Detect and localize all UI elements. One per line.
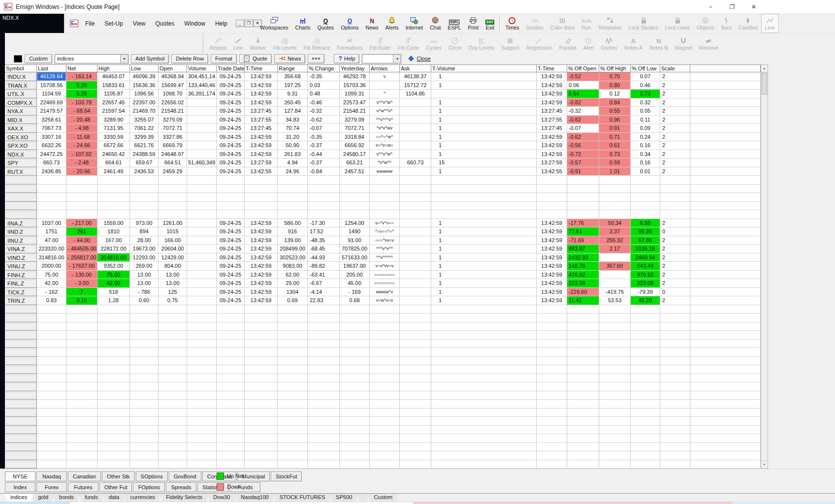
quote-cell[interactable]: 2 [660, 262, 690, 271]
quote-cell[interactable]: 518 [97, 288, 130, 297]
quote-cell[interactable] [690, 124, 761, 133]
quote-cell[interactable]: - 107.92 [66, 150, 97, 159]
quote-cell[interactable]: 476.92 [567, 271, 599, 280]
quote-cell[interactable]: 223.08 [631, 279, 660, 288]
lock-lines-toolbar-button[interactable]: Lock Lines [662, 14, 693, 33]
symbol-cell[interactable]: FINL.Z [5, 279, 37, 288]
scroll-down-arrow-icon[interactable]: ▼ [761, 461, 768, 468]
quote-cell[interactable]: 13:42:55 [537, 167, 567, 176]
quote-cell[interactable]: - 11.68 [66, 133, 97, 142]
quote-cell[interactable] [400, 296, 431, 305]
objects-toolbar-button[interactable]: Objects [693, 14, 718, 33]
quote-cell[interactable]: 09-24-25 [217, 81, 245, 90]
category-button-other-fut[interactable]: Other Fut [99, 482, 132, 492]
quote-cell[interactable]: 0.60 [130, 296, 159, 305]
news-toolbar-button[interactable]: NNews [362, 14, 382, 33]
quote-cell[interactable]: 228172.00 [97, 245, 130, 253]
sheet-tab-nasdaq100[interactable]: Nasdaq100 [234, 494, 275, 502]
quote-cell[interactable]: ^=v==^=^ [370, 227, 400, 236]
quote-cell[interactable]: 09-24-25 [217, 124, 245, 133]
quote-cell[interactable]: 7072.71 [159, 124, 187, 133]
quote-cell[interactable]: 13:42:59 [537, 98, 567, 107]
quote-cell[interactable]: 13:42:59 [245, 262, 278, 271]
quote-cell[interactable]: 643.49 [631, 262, 660, 271]
quote-cell[interactable] [690, 227, 761, 236]
quote-cell[interactable] [187, 98, 217, 107]
category-button-nasdaq[interactable]: Nasdaq [36, 472, 67, 481]
delete-row-button[interactable]: Delete Row [171, 54, 208, 63]
fib-cycle-tool-button[interactable]: Fib Cycle [394, 33, 423, 53]
quote-cell[interactable]: 2 [660, 253, 690, 262]
symbol-combobox[interactable]: ▼ [362, 54, 401, 63]
quote-cell[interactable] [187, 296, 217, 305]
sheet-tab-gold[interactable]: gold [32, 494, 55, 502]
quote-cell[interactable]: 1 [431, 279, 537, 288]
quote-cell[interactable]: 0.09 [631, 124, 660, 133]
quote-cell[interactable]: 0.16 [631, 158, 660, 167]
quote-cell[interactable]: 70.74 [278, 124, 308, 133]
quote-cell[interactable]: 13:42:59 [245, 133, 278, 142]
color-swatch-button[interactable] [14, 55, 22, 63]
quote-cell[interactable]: 45.00 [340, 279, 370, 288]
quote-cell[interactable]: 13:27:59 [537, 158, 567, 167]
category-button-govbond[interactable]: GovBond [169, 472, 201, 481]
quote-cell[interactable]: 6621.76 [130, 141, 159, 150]
quote-cell[interactable]: 304,451,14 [187, 72, 217, 81]
quote-cell[interactable]: 3318.84 [340, 133, 370, 142]
quote-cell[interactable]: 1810 [97, 227, 130, 236]
bars-toolbar-button[interactable]: Bars [718, 14, 736, 33]
symbol-cell[interactable] [5, 202, 37, 211]
quote-cell[interactable]: 13.00 [130, 279, 159, 288]
symbol-cell[interactable] [5, 210, 37, 219]
quote-cell[interactable]: 50.90 [278, 141, 308, 150]
quote-cell[interactable]: 1104.86 [400, 90, 431, 98]
quote-cell[interactable]: 0.48 [308, 90, 340, 98]
quote-cell[interactable]: 21597.54 [97, 107, 130, 116]
quote-cell[interactable]: 13:27:45 [245, 124, 278, 133]
quote-cell[interactable]: -44.93 [308, 253, 340, 262]
quote-cell[interactable]: 0.61 [599, 141, 631, 150]
quote-cell[interactable]: 91.00 [340, 236, 370, 245]
quote-cell[interactable]: 22469.69 [37, 98, 66, 107]
quote-cell[interactable]: 0.55 [599, 107, 631, 116]
quote-cell[interactable] [690, 296, 761, 305]
quote-cell[interactable]: 2461.49 [97, 167, 130, 176]
day-levels-tool-button[interactable]: Day Levels [465, 33, 498, 53]
quote-cell[interactable]: 2 [660, 150, 690, 159]
quote-cell[interactable]: 12429.00 [159, 253, 187, 262]
quote-cell[interactable]: 0.32 [631, 98, 660, 107]
quote-cell[interactable] [400, 288, 431, 297]
quote-cell[interactable]: 7 [66, 288, 97, 297]
quote-cell[interactable]: 269.00 [130, 262, 159, 271]
quote-cell[interactable]: ===^vv=v [370, 236, 400, 245]
quote-cell[interactable]: 0.07 [631, 72, 660, 81]
quote-cell[interactable]: -89.82 [308, 262, 340, 271]
quote-cell[interactable]: 13:42:59 [537, 72, 567, 81]
quote-cell[interactable]: 15833.61 [97, 81, 130, 90]
quote-cell[interactable]: 13:27:55 [245, 116, 278, 125]
quote-cell[interactable] [690, 107, 761, 116]
quote-cell[interactable] [187, 227, 217, 236]
quote-cell[interactable]: -0.62 [567, 116, 599, 125]
chevron-down-icon[interactable]: ▼ [120, 55, 128, 63]
symbol-cell[interactable] [5, 348, 37, 357]
quote-cell[interactable]: 22656.02 [159, 98, 187, 107]
circle-tool-button[interactable]: Circle [445, 33, 465, 53]
category-button-stockfut[interactable]: StockFut [271, 472, 302, 481]
symbol-cell[interactable]: TICK.Z [5, 288, 37, 297]
quote-cell[interactable]: 51,460,349 [187, 158, 217, 167]
symbol-cell[interactable]: TRIN.Z [5, 296, 37, 305]
quote-cell[interactable]: 09-24-25 [217, 158, 245, 167]
quote-cell[interactable]: 15708.56 [37, 81, 66, 90]
quote-cell[interactable] [370, 81, 400, 90]
symbol-cell[interactable]: NYA.X [5, 107, 37, 116]
quote-cell[interactable]: 166.00 [159, 236, 187, 245]
quote-cell[interactable]: 2436.53 [130, 167, 159, 176]
quote-cell[interactable]: 09-24-25 [217, 167, 245, 176]
quotes-toolbar-button[interactable]: QQuotes [314, 14, 338, 33]
quote-cell[interactable]: 3289.90 [97, 116, 130, 125]
quote-cell[interactable]: 916 [278, 227, 308, 236]
quote-cell[interactable]: 0.01 [631, 167, 660, 176]
quote-cell[interactable]: 2000.00 [37, 262, 66, 271]
quote-cell[interactable]: 20604.00 [159, 245, 187, 253]
